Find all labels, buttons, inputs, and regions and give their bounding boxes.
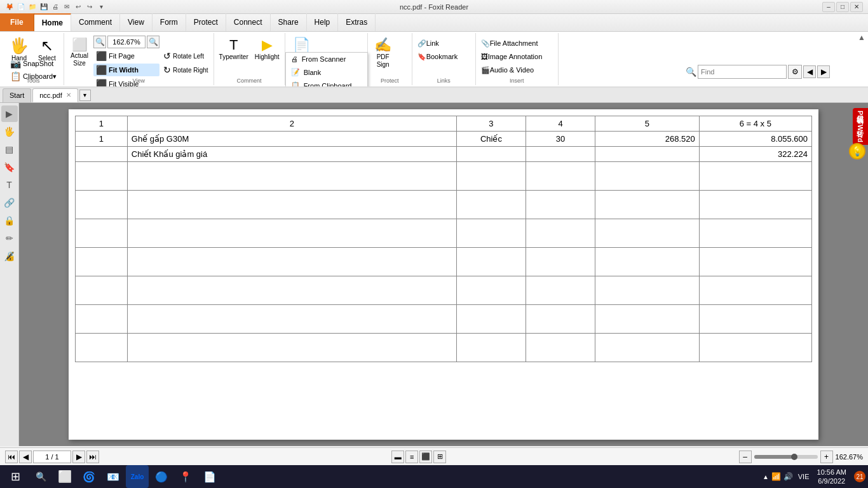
rotate-left-button[interactable]: ↺ Rotate Left xyxy=(161,50,211,62)
taskbar-edge[interactable]: 🌀 xyxy=(78,465,100,488)
taskbar-search[interactable]: 🔍 xyxy=(29,465,52,488)
fit-width-button[interactable]: ⬛ Fit Width xyxy=(93,64,159,76)
print-icon[interactable]: 🖨 xyxy=(51,3,60,11)
zoom-in-status-button[interactable]: + xyxy=(820,451,833,463)
language-indicator[interactable]: VIE xyxy=(798,473,810,480)
search-input[interactable] xyxy=(698,65,787,79)
tab-protect[interactable]: Protect xyxy=(186,13,226,31)
notification-badge[interactable]: 21 xyxy=(854,471,865,482)
col-header-5: 5 xyxy=(595,116,700,132)
tab-home[interactable]: Home xyxy=(34,13,71,31)
customize-icon[interactable]: ▾ xyxy=(97,3,105,11)
toolbar: 🖐 Hand ↖ Select 📷 SnapShot 📋 Clipboard ▾… xyxy=(0,32,868,88)
sidebar-bookmark-icon[interactable]: 🔖 xyxy=(1,159,18,175)
cell-total: 8.055.600 xyxy=(699,132,811,147)
zoom-input[interactable] xyxy=(107,36,146,48)
single-page-icon[interactable]: ▬ xyxy=(391,451,404,463)
minimize-button[interactable]: – xyxy=(822,2,835,12)
zoom-level-display: 162.67% xyxy=(836,453,863,461)
continuous-icon[interactable]: ≡ xyxy=(405,451,418,463)
sidebar-hand-icon[interactable]: 🖐 xyxy=(1,123,18,140)
search-settings-button[interactable]: ⚙ xyxy=(788,65,802,79)
lightbulb-button[interactable]: 💡 xyxy=(849,143,865,159)
collapse-ribbon-button[interactable]: ▲ xyxy=(858,33,865,42)
save-icon[interactable]: 💾 xyxy=(39,3,48,11)
volume-icon[interactable]: 🔊 xyxy=(783,472,793,481)
tab-help[interactable]: Help xyxy=(307,13,339,31)
zoom-slider[interactable] xyxy=(754,455,818,459)
sidebar-lock-icon[interactable]: 🔒 xyxy=(1,212,18,229)
grid-icon[interactable]: ⊞ xyxy=(433,451,446,463)
from-clipboard-item[interactable]: 📋 From Clipboard xyxy=(286,79,367,88)
close-button[interactable]: ✕ xyxy=(850,2,863,12)
search-prev-button[interactable]: ◀ xyxy=(803,65,816,78)
typewriter-button[interactable]: T Typewriter xyxy=(217,34,251,80)
tab-ncc-pdf[interactable]: ncc.pdf ✕ xyxy=(32,88,78,102)
snapshot-button[interactable]: 📷 SnapShot xyxy=(8,57,59,70)
bookmark-button[interactable]: 🔖 Bookmark xyxy=(415,50,461,63)
open-icon[interactable]: 📁 xyxy=(28,3,37,11)
redo-icon[interactable]: ↪ xyxy=(85,3,94,11)
taskbar-zalo[interactable]: Zalo xyxy=(126,465,149,488)
first-page-button[interactable]: ⏮ xyxy=(5,451,18,463)
zoom-out-status-button[interactable]: – xyxy=(739,451,752,463)
fit-page-icon: ⬛ xyxy=(96,51,107,61)
last-page-button[interactable]: ⏭ xyxy=(86,451,99,463)
table-row xyxy=(76,276,812,305)
file-attachment-button[interactable]: 📎 File Attachment xyxy=(478,37,545,50)
table-row xyxy=(76,305,812,334)
link-button[interactable]: 🔗 Link xyxy=(415,37,461,50)
fit-page-button[interactable]: ⬛ Fit Page xyxy=(93,50,159,62)
system-tray: ▲ 📶 🔊 xyxy=(760,472,796,481)
tab-share[interactable]: Share xyxy=(271,13,307,31)
tab-comment[interactable]: Comment xyxy=(71,13,120,31)
search-next-button[interactable]: ▶ xyxy=(817,65,830,78)
next-page-button[interactable]: ▶ xyxy=(72,451,85,463)
taskbar-outlook[interactable]: 📧 xyxy=(102,465,125,488)
sidebar-collapse-button[interactable]: ▶ xyxy=(1,105,18,122)
page-input[interactable] xyxy=(33,451,71,463)
audio-video-button[interactable]: 🎬 Audio & Video xyxy=(478,64,545,76)
ad-panel[interactable]: 福昕PDF转Word xyxy=(853,108,868,145)
taskbar-maps[interactable]: 📍 xyxy=(174,465,197,488)
tab-view[interactable]: View xyxy=(120,13,153,31)
tab-dropdown-button[interactable]: ▾ xyxy=(79,90,91,101)
highlight-button[interactable]: ▶ Highlight xyxy=(252,34,282,80)
taskbar-foxit[interactable]: 📄 xyxy=(198,465,221,488)
sidebar-pen-icon[interactable]: ✏ xyxy=(1,230,18,247)
pdf-area[interactable]: 1 2 3 4 5 6 = 4 x 5 1 Ghế gấp G30M Chiếc… xyxy=(19,103,868,446)
tab-connect[interactable]: Connect xyxy=(226,13,271,31)
undo-icon[interactable]: ↩ xyxy=(74,3,83,11)
image-annotation-button[interactable]: 🖼 Image Annotation xyxy=(478,50,545,63)
taskbar-task-view[interactable]: ⬜ xyxy=(53,465,76,488)
actual-size-button[interactable]: ⬜ ActualSize xyxy=(67,34,92,80)
from-scanner-item[interactable]: 🖨 From Scanner xyxy=(286,53,367,65)
tab-form[interactable]: Form xyxy=(153,13,186,31)
tab-start[interactable]: Start xyxy=(3,88,31,102)
sidebar-layers-icon[interactable]: ▤ xyxy=(1,141,18,158)
start-button[interactable]: ⊞ xyxy=(3,465,28,488)
cursor-icon: ↖ xyxy=(41,38,53,53)
maximize-button[interactable]: □ xyxy=(836,2,849,12)
tray-up-arrow[interactable]: ▲ xyxy=(763,473,769,480)
network-icon[interactable]: 📶 xyxy=(771,472,781,481)
taskbar-chrome[interactable]: 🔵 xyxy=(150,465,173,488)
sidebar-text-icon[interactable]: T xyxy=(1,177,18,193)
rotate-right-button[interactable]: ↻ Rotate Right xyxy=(161,64,211,76)
new-icon[interactable]: 📄 xyxy=(17,3,25,11)
sidebar-link-icon[interactable]: 🔗 xyxy=(1,194,18,211)
facing-page-icon[interactable]: ⬛ xyxy=(419,451,432,463)
zoom-in-button[interactable]: 🔍 xyxy=(147,36,159,48)
prev-page-button[interactable]: ◀ xyxy=(19,451,32,463)
tab-extras[interactable]: Extras xyxy=(338,13,376,31)
cell-desc: Chiết Khấu giảm giá xyxy=(127,147,456,162)
sidebar-stamp-icon[interactable]: 🔏 xyxy=(1,248,18,264)
close-tab-button[interactable]: ✕ xyxy=(66,92,71,98)
from-blank-item[interactable]: 📝 Blank xyxy=(286,65,367,79)
pdf-sign-button[interactable]: ✍ PDFSign xyxy=(370,34,396,80)
file-menu-button[interactable]: File xyxy=(0,13,34,31)
cell-qty xyxy=(526,334,595,362)
clock-display[interactable]: 10:56 AM 6/9/2022 xyxy=(813,468,850,486)
zoom-out-button[interactable]: 🔍 xyxy=(93,36,106,48)
email-icon[interactable]: ✉ xyxy=(62,3,71,11)
